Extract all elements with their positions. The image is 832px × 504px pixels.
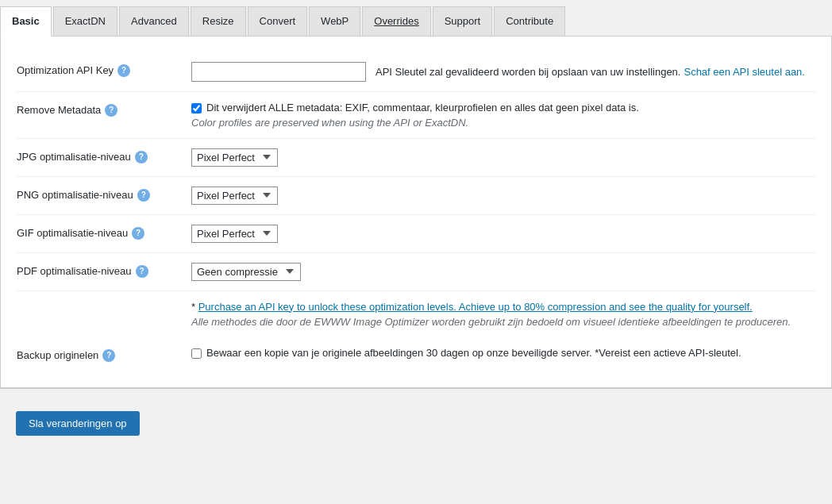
tab-webp[interactable]: WebP: [309, 6, 360, 36]
pdf-level-label: PDF optimalisatie-niveau: [17, 265, 132, 277]
jpg-level-label-col: JPG optimalisatie-niveau ?: [17, 148, 191, 164]
note-link[interactable]: Purchase an API key to unlock these opti…: [198, 301, 753, 313]
api-key-input-row: API Sleutel zal gevalideerd worden bij o…: [191, 62, 815, 82]
jpg-level-row: JPG optimalisatie-niveau ? Pixel Perfect…: [17, 139, 815, 177]
pdf-level-label-col: PDF optimalisatie-niveau ?: [17, 263, 191, 278]
backup-checkbox[interactable]: [191, 348, 202, 359]
tab-resize[interactable]: Resize: [191, 6, 246, 36]
tab-advanced[interactable]: Advanced: [119, 6, 189, 36]
jpg-level-help-icon[interactable]: ?: [135, 151, 148, 164]
bottom-bar: Sla veranderingen op: [0, 388, 832, 445]
remove-metadata-description: Dit verwijdert ALLE metadata: EXIF, comm…: [206, 102, 639, 113]
api-key-link[interactable]: Schaf een API sleutel aan.: [684, 66, 805, 78]
remove-metadata-checkbox[interactable]: [191, 103, 202, 113]
gif-level-select[interactable]: Pixel Perfect Low Medium High Lossless: [191, 225, 278, 243]
note-line: * Purchase an API key to unlock these op…: [191, 301, 815, 313]
remove-metadata-label: Remove Metadata: [17, 104, 101, 116]
png-level-label-col: PNG optimalisatie-niveau ?: [17, 187, 191, 202]
tabs-container: BasicExactDNAdvancedResizeConvertWebPOve…: [0, 0, 832, 37]
png-level-select[interactable]: Pixel Perfect Low Medium High Lossless: [191, 187, 278, 205]
tab-exactdn[interactable]: ExactDN: [53, 6, 117, 36]
backup-label-col: Backup originelen ?: [17, 347, 191, 362]
tab-convert[interactable]: Convert: [248, 6, 308, 36]
gif-level-help-icon[interactable]: ?: [132, 227, 144, 240]
api-key-help-icon[interactable]: ?: [117, 64, 130, 77]
note-italic: Alle methodes die door de EWWW Image Opt…: [191, 316, 815, 328]
api-key-row: Optimization API Key ? API Sleutel zal g…: [17, 52, 815, 92]
api-key-input[interactable]: [191, 62, 366, 82]
remove-metadata-help-icon[interactable]: ?: [105, 104, 117, 117]
remove-metadata-label-col: Remove Metadata ?: [17, 102, 191, 117]
png-level-field-col: Pixel Perfect Low Medium High Lossless: [191, 187, 815, 205]
jpg-level-select[interactable]: Pixel Perfect Low Medium High Lossless: [191, 148, 278, 167]
content-area: Optimization API Key ? API Sleutel zal g…: [0, 37, 832, 388]
tab-basic[interactable]: Basic: [0, 6, 52, 37]
remove-metadata-row: Remove Metadata ? Dit verwijdert ALLE me…: [17, 92, 815, 139]
backup-help-icon[interactable]: ?: [102, 349, 115, 362]
remove-metadata-note: Color profiles are preserved when using …: [191, 117, 815, 129]
backup-row: Backup originelen ? Bewaar een kopie van…: [17, 337, 815, 371]
gif-level-label: GIF optimalisatie-niveau: [17, 227, 128, 239]
tab-overrides[interactable]: Overrides: [362, 6, 430, 36]
api-key-field-col: API Sleutel zal gevalideerd worden bij o…: [191, 62, 815, 82]
tab-contribute[interactable]: Contribute: [494, 6, 565, 36]
api-key-description: API Sleutel zal gevalideerd worden bij o…: [376, 66, 680, 78]
png-level-row: PNG optimalisatie-niveau ? Pixel Perfect…: [17, 177, 815, 215]
remove-metadata-field-col: Dit verwijdert ALLE metadata: EXIF, comm…: [191, 102, 815, 129]
save-button[interactable]: Sla veranderingen op: [16, 411, 140, 436]
note-star: *: [191, 301, 198, 313]
tab-support[interactable]: Support: [433, 6, 493, 36]
png-level-help-icon[interactable]: ?: [137, 189, 150, 202]
api-key-label-col: Optimization API Key ?: [17, 62, 191, 77]
gif-level-label-col: GIF optimalisatie-niveau ?: [17, 225, 191, 240]
note-section: * Purchase an API key to unlock these op…: [17, 291, 815, 337]
png-level-label: PNG optimalisatie-niveau: [17, 189, 133, 201]
backup-label: Backup originelen: [17, 349, 98, 361]
api-key-label: Optimization API Key: [17, 64, 114, 76]
pdf-level-select[interactable]: Geen compressie Low Medium High: [191, 263, 301, 281]
pdf-level-row: PDF optimalisatie-niveau ? Geen compress…: [17, 253, 815, 291]
backup-description: Bewaar een kopie van je originele afbeel…: [206, 347, 741, 359]
gif-level-field-col: Pixel Perfect Low Medium High Lossless: [191, 225, 815, 243]
pdf-level-field-col: Geen compressie Low Medium High: [191, 263, 815, 281]
backup-field-col: Bewaar een kopie van je originele afbeel…: [191, 347, 815, 359]
gif-level-row: GIF optimalisatie-niveau ? Pixel Perfect…: [17, 215, 815, 253]
remove-metadata-checkbox-row: Dit verwijdert ALLE metadata: EXIF, comm…: [191, 102, 815, 113]
jpg-level-field-col: Pixel Perfect Low Medium High Lossless: [191, 148, 815, 167]
pdf-level-help-icon[interactable]: ?: [136, 265, 148, 278]
backup-checkbox-row: Bewaar een kopie van je originele afbeel…: [191, 347, 815, 359]
jpg-level-label: JPG optimalisatie-niveau: [17, 151, 131, 163]
